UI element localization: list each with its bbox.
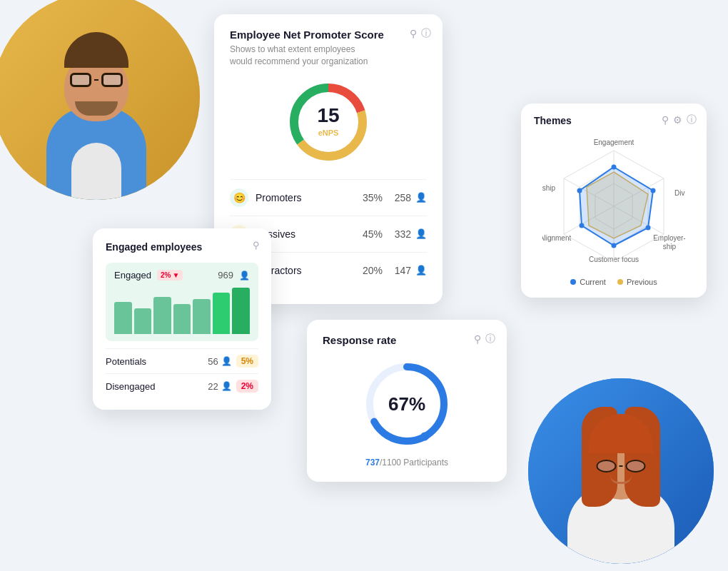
response-participants: 737/1100 Participants xyxy=(323,458,491,468)
engaged-bar-chart xyxy=(114,288,250,334)
enps-donut: 15 eNPS xyxy=(285,79,371,165)
current-label: Current xyxy=(580,278,606,286)
potentials-row: Potentials 56 👤 5% xyxy=(106,348,258,373)
response-donut-container: 67% xyxy=(323,358,491,450)
potentials-people-icon: 👤 xyxy=(221,356,232,366)
promoters-row: 😊 Promoters 35% 258 👤 xyxy=(230,179,427,216)
disengaged-people-icon: 👤 xyxy=(221,381,232,391)
svg-text:Employer-: Employer- xyxy=(653,234,685,242)
engaged-people-icon: 👤 xyxy=(239,271,250,281)
engaged-bar-section: Engaged 2% ▼ 969 👤 xyxy=(106,263,258,341)
previous-dot xyxy=(617,279,623,285)
svg-point-22 xyxy=(612,165,617,170)
themes-legend: Current Previous xyxy=(534,278,694,286)
passives-people-icon: 👤 xyxy=(415,228,427,239)
pin-icon[interactable]: ⚲ xyxy=(410,28,417,39)
enps-score-center: 15 eNPS xyxy=(317,106,339,138)
passives-pct: 45% xyxy=(354,228,383,240)
svg-point-27 xyxy=(577,188,582,193)
themes-gear-icon[interactable]: ⚙ xyxy=(673,114,682,126)
disengaged-label: Disengaged xyxy=(106,381,208,392)
svg-point-24 xyxy=(646,226,651,231)
svg-marker-21 xyxy=(580,167,653,246)
enps-title: Employee Net Promoter Score xyxy=(230,29,427,41)
response-pct: 67% xyxy=(388,393,425,415)
response-pct-center: 67% xyxy=(388,393,425,415)
promoters-label: Promoters xyxy=(256,192,354,203)
disengaged-row: Disengaged 22 👤 2% xyxy=(106,373,258,398)
themes-card: Themes ⚲ ⚙ ⓘ Engagement Diversity Employ… xyxy=(521,103,707,298)
promoters-pct: 35% xyxy=(354,192,383,203)
change-value: 2% xyxy=(161,271,171,279)
passives-count: 332 xyxy=(383,228,411,240)
enps-card-icons: ⚲ ⓘ xyxy=(410,27,431,40)
previous-label: Previous xyxy=(627,278,657,286)
engaged-bottom-rows: Potentials 56 👤 5% Disengaged 22 👤 2% xyxy=(106,348,258,398)
response-title: Response rate xyxy=(323,334,491,346)
woman-avatar xyxy=(528,378,714,564)
potentials-label: Potentials xyxy=(106,356,208,367)
svg-text:Engagement: Engagement xyxy=(594,138,635,146)
engaged-count: 969 xyxy=(218,270,233,281)
potentials-count: 56 xyxy=(208,356,218,367)
themes-card-icons: ⚲ ⚙ ⓘ xyxy=(662,113,697,126)
engaged-label: Engaged xyxy=(114,270,151,281)
response-info-icon[interactable]: ⓘ xyxy=(485,333,495,345)
engaged-title: Engaged employees xyxy=(106,241,258,253)
svg-text:Alignment: Alignment xyxy=(542,234,571,242)
svg-text:Diversity: Diversity xyxy=(674,189,685,197)
detractors-people-icon: 👤 xyxy=(415,265,427,276)
disengaged-count: 22 xyxy=(208,381,218,392)
svg-text:ship: ship xyxy=(663,243,677,251)
enps-subtitle: Shows to what extent employees would rec… xyxy=(230,44,373,68)
response-donut: 67% xyxy=(360,358,453,450)
promoters-people-icon: 👤 xyxy=(415,192,427,203)
engaged-card: ⚲ Engaged employees Engaged 2% ▼ 969 👤 xyxy=(93,228,271,410)
response-card: ⚲ ⓘ Response rate 67% 737/1100 Participa… xyxy=(307,320,507,482)
current-dot xyxy=(570,279,576,285)
response-pin-icon[interactable]: ⚲ xyxy=(474,333,481,345)
legend-previous: Previous xyxy=(617,278,657,286)
down-arrow-icon: ▼ xyxy=(173,271,180,279)
engaged-row: Engaged 2% ▼ 969 👤 xyxy=(114,270,250,281)
svg-point-26 xyxy=(580,223,585,228)
legend-current: Current xyxy=(570,278,606,286)
themes-info-icon[interactable]: ⓘ xyxy=(687,113,697,126)
potentials-pct: 5% xyxy=(236,355,258,368)
detractors-pct: 20% xyxy=(354,265,383,276)
promoters-count: 258 xyxy=(383,192,411,203)
themes-pin-icon[interactable]: ⚲ xyxy=(662,114,669,126)
engaged-pin-icon[interactable]: ⚲ xyxy=(253,240,260,251)
svg-point-23 xyxy=(651,188,656,193)
radar-chart: Engagement Diversity Employer- ship Cust… xyxy=(534,135,694,271)
info-icon[interactable]: ⓘ xyxy=(421,27,431,40)
disengaged-pct: 2% xyxy=(236,380,258,393)
enps-label: eNPS xyxy=(318,128,339,137)
enps-donut-container: 15 eNPS xyxy=(230,79,427,165)
detractors-count: 147 xyxy=(383,265,411,276)
svg-point-25 xyxy=(612,243,617,248)
change-badge: 2% ▼ xyxy=(157,270,183,281)
response-card-icons: ⚲ ⓘ xyxy=(474,333,495,345)
svg-text:Leadership: Leadership xyxy=(542,184,555,192)
enps-score: 15 xyxy=(317,106,339,126)
promoters-icon: 😊 xyxy=(230,188,248,207)
man-avatar xyxy=(0,0,200,200)
